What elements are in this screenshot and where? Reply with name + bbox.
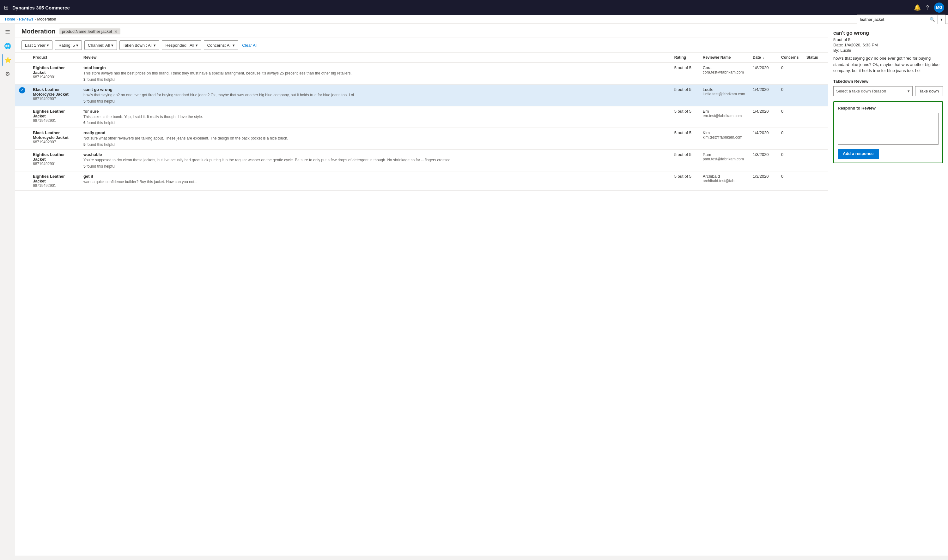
search-button[interactable]: 🔍 bbox=[927, 15, 937, 24]
product-id: 68719492907 bbox=[33, 97, 76, 101]
filter-channel-label: Channel: All bbox=[88, 43, 110, 48]
reviews-table-container: Product Review Rating Reviewer Name Date… bbox=[15, 53, 828, 555]
reviewer-name: Archibald bbox=[703, 174, 745, 178]
detail-by: By: Lucile bbox=[833, 48, 943, 53]
product-id: 68719492901 bbox=[33, 183, 76, 188]
row-reviewer-cell: Coracora.test@fabrikam.com bbox=[699, 63, 749, 84]
filter-concerns[interactable]: Concerns: All ▾ bbox=[204, 40, 239, 50]
search-wrapper: 🔍 ▾ bbox=[857, 14, 945, 25]
row-concerns-cell: 0 bbox=[777, 171, 803, 190]
search-input[interactable] bbox=[857, 17, 927, 22]
sidebar-icon-reviews[interactable]: ⭐ bbox=[2, 54, 13, 66]
col-header-product: Product bbox=[29, 53, 80, 63]
reviewer-email: cora.test@fabrikam.com bbox=[703, 70, 745, 74]
help-icon[interactable]: ? bbox=[926, 5, 929, 11]
breadcrumb-moderation: Moderation bbox=[37, 17, 56, 22]
review-body: how's that saying go? no one ever got fi… bbox=[83, 92, 667, 98]
filter-responded-label: Responded : All bbox=[165, 43, 194, 48]
row-rating-cell: 5 out of 5 bbox=[670, 171, 699, 190]
row-date-cell: 1/4/2020 bbox=[749, 128, 777, 150]
review-title: get it bbox=[83, 174, 667, 178]
review-body: You're supposed to dry clean these jacke… bbox=[83, 157, 667, 163]
row-status-cell bbox=[803, 84, 828, 106]
filter-date-chevron: ▾ bbox=[47, 43, 49, 48]
row-review-cell: total barginThis store always has the be… bbox=[80, 63, 670, 84]
detail-rating: 5 out of 5 bbox=[833, 37, 943, 42]
breadcrumb-home[interactable]: Home bbox=[5, 17, 15, 22]
review-body: This store always has the best prices on… bbox=[83, 71, 667, 76]
filter-responded[interactable]: Responded : All ▾ bbox=[162, 40, 201, 50]
row-product-cell: Eighties Leather Jacket68719492901 bbox=[29, 150, 80, 171]
search-dropdown-button[interactable]: ▾ bbox=[937, 15, 945, 24]
add-response-button[interactable]: Add a response bbox=[838, 149, 879, 159]
breadcrumb-sep-2: › bbox=[34, 17, 36, 22]
filter-channel[interactable]: Channel: All ▾ bbox=[84, 40, 117, 50]
notification-icon[interactable]: 🔔 bbox=[914, 4, 921, 11]
filter-takendown[interactable]: Taken down : All ▾ bbox=[119, 40, 160, 50]
col-header-concerns: Concerns bbox=[777, 53, 803, 63]
row-rating-cell: 5 out of 5 bbox=[670, 63, 699, 84]
table-row[interactable]: Eighties Leather Jacket68719492901for su… bbox=[15, 106, 828, 128]
row-status-cell bbox=[803, 171, 828, 190]
row-review-cell: can't go wronghow's that saying go? no o… bbox=[80, 84, 670, 106]
row-product-cell: Eighties Leather Jacket68719492901 bbox=[29, 106, 80, 128]
clear-all-button[interactable]: Clear All bbox=[242, 43, 257, 48]
reviewer-name: Em bbox=[703, 109, 745, 114]
col-header-date[interactable]: Date ↓ bbox=[749, 53, 777, 63]
filter-concerns-chevron: ▾ bbox=[233, 43, 235, 48]
takedown-placeholder: Select a take down Reason bbox=[836, 89, 886, 94]
row-date-cell: 1/4/2020 bbox=[749, 84, 777, 106]
row-check-cell: ✓ bbox=[15, 84, 29, 106]
filter-rating[interactable]: Rating: 5 ▾ bbox=[55, 40, 82, 50]
filter-responded-chevron: ▾ bbox=[196, 43, 198, 48]
table-row[interactable]: Black Leather Motorcycle Jacket687194929… bbox=[15, 128, 828, 150]
filter-bar: Last 1 Year ▾ Rating: 5 ▾ Channel: All ▾… bbox=[15, 38, 828, 53]
sidebar-icon-menu[interactable]: ☰ bbox=[2, 26, 13, 38]
detail-date: Date: 1/4/2020, 6:33 PM bbox=[833, 43, 943, 47]
row-concerns-cell: 0 bbox=[777, 128, 803, 150]
review-body: Not sure what other reviewers are talkin… bbox=[83, 136, 667, 141]
review-title: really good bbox=[83, 130, 667, 135]
avatar[interactable]: MG bbox=[934, 3, 944, 12]
row-review-cell: really goodNot sure what other reviewers… bbox=[80, 128, 670, 150]
product-name: Black Leather Motorcycle Jacket bbox=[33, 130, 76, 140]
breadcrumb-reviews[interactable]: Reviews bbox=[19, 17, 33, 22]
row-product-cell: Eighties Leather Jacket68719492901 bbox=[29, 171, 80, 190]
respond-textarea[interactable] bbox=[838, 113, 939, 145]
row-rating-cell: 5 out of 5 bbox=[670, 128, 699, 150]
takedown-select[interactable]: Select a take down Reason ▾ bbox=[833, 86, 912, 96]
takedown-section-label: Takedown Review bbox=[833, 79, 943, 84]
review-body: want a quick confidence builder? Buy thi… bbox=[83, 179, 667, 185]
row-product-cell: Black Leather Motorcycle Jacket687194929… bbox=[29, 128, 80, 150]
row-review-cell: get itwant a quick confidence builder? B… bbox=[80, 171, 670, 190]
row-concerns-cell: 0 bbox=[777, 106, 803, 128]
filter-concerns-label: Concerns: All bbox=[207, 43, 232, 48]
filter-tag-close[interactable]: ✕ bbox=[114, 29, 118, 34]
product-id: 68719492901 bbox=[33, 118, 76, 123]
right-panel: can't go wrong 5 out of 5 Date: 1/4/2020… bbox=[828, 24, 948, 555]
row-date-cell: 1/4/2020 bbox=[749, 106, 777, 128]
detail-body: how's that saying go? no one ever got fi… bbox=[833, 55, 943, 74]
review-helpful: 6 found this helpful bbox=[83, 121, 667, 125]
product-name: Eighties Leather Jacket bbox=[33, 174, 76, 183]
row-review-cell: for sureThis jacket is the bomb. Yep, I … bbox=[80, 106, 670, 128]
row-date-cell: 1/8/2020 bbox=[749, 63, 777, 84]
grid-icon[interactable]: ⊞ bbox=[4, 4, 9, 11]
row-concerns-cell: 0 bbox=[777, 63, 803, 84]
reviewer-email: lucile.test@fabrikam.com bbox=[703, 92, 745, 96]
filter-date[interactable]: Last 1 Year ▾ bbox=[22, 40, 52, 50]
col-header-reviewer: Reviewer Name bbox=[699, 53, 749, 63]
sidebar-icon-settings[interactable]: ⚙ bbox=[2, 68, 13, 80]
table-row[interactable]: ✓Black Leather Motorcycle Jacket68719492… bbox=[15, 84, 828, 106]
table-row[interactable]: Eighties Leather Jacket68719492901total … bbox=[15, 63, 828, 84]
row-status-cell bbox=[803, 106, 828, 128]
takedown-row: Select a take down Reason ▾ Take down bbox=[833, 86, 943, 96]
takedown-button[interactable]: Take down bbox=[915, 86, 943, 96]
table-row[interactable]: Eighties Leather Jacket68719492901washab… bbox=[15, 150, 828, 171]
breadcrumb: Home › Reviews › Moderation bbox=[0, 15, 948, 24]
product-name: Black Leather Motorcycle Jacket bbox=[33, 87, 76, 97]
sidebar-icon-globe[interactable]: 🌐 bbox=[2, 40, 13, 52]
row-status-cell bbox=[803, 128, 828, 150]
table-row[interactable]: Eighties Leather Jacket68719492901get it… bbox=[15, 171, 828, 190]
reviews-table: Product Review Rating Reviewer Name Date… bbox=[15, 53, 828, 191]
